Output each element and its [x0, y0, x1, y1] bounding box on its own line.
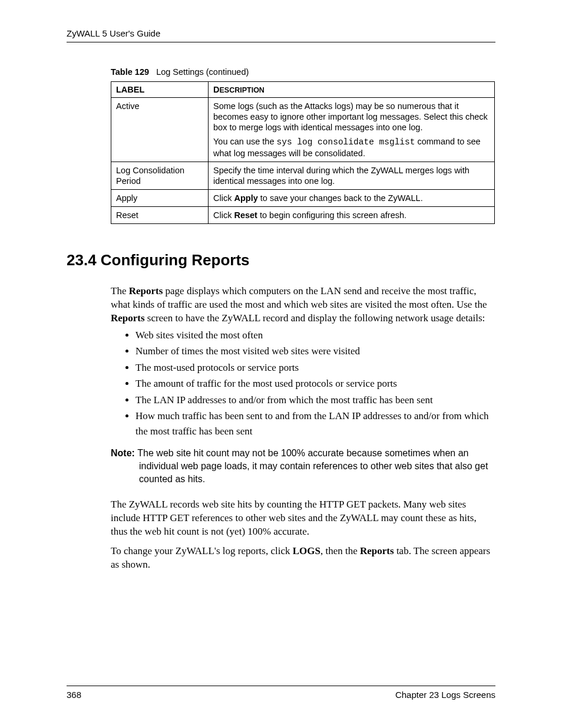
- log-settings-table: LABEL DESCRIPTION Active Some logs (such…: [111, 81, 495, 224]
- note-label: Note:: [111, 448, 137, 458]
- list-item: The LAN IP addresses to and/or from whic…: [135, 393, 495, 408]
- list-item: The amount of traffic for the most used …: [135, 376, 495, 391]
- col-label: LABEL: [111, 82, 209, 98]
- paragraph-after-note-2: To change your ZyWALL's log reports, cli…: [111, 545, 495, 572]
- cell-label-period: Log Consolidation Period: [111, 162, 209, 189]
- table-row: Apply Click Apply to save your changes b…: [111, 189, 495, 206]
- cell-label-active: Active: [111, 98, 209, 162]
- cell-desc-period: Specify the time interval during which t…: [209, 162, 495, 189]
- section-heading: 23.4 Configuring Reports: [67, 251, 495, 269]
- table-row: Reset Click Reset to begin configuring t…: [111, 207, 495, 224]
- table-header-row: LABEL DESCRIPTION: [111, 82, 495, 98]
- table-number: Table 129: [111, 67, 149, 77]
- chapter-label: Chapter 23 Logs Screens: [395, 690, 495, 700]
- bullet-list: Web sites visited the most often Number …: [111, 328, 495, 439]
- cell-desc-reset: Click Reset to begin configuring this sc…: [209, 207, 495, 224]
- active-desc-cmd: sys log consolidate msglist: [277, 137, 415, 147]
- cell-label-apply: Apply: [111, 189, 209, 206]
- page-footer: 368 Chapter 23 Logs Screens: [67, 686, 495, 700]
- cell-desc-apply: Click Apply to save your changes back to…: [209, 189, 495, 206]
- active-desc-p1: Some logs (such as the Attacks logs) may…: [213, 101, 488, 132]
- table-caption: Table 129 Log Settings (continued): [111, 67, 495, 77]
- table-row: Log Consolidation Period Specify the tim…: [111, 162, 495, 189]
- intro-paragraph: The Reports page displays which computer…: [111, 285, 495, 325]
- list-item: Number of times the most visited web sit…: [135, 344, 495, 359]
- col-description: DESCRIPTION: [209, 82, 495, 98]
- list-item: How much traffic has been sent to and fr…: [135, 409, 495, 439]
- active-desc-p2a: You can use the: [213, 137, 277, 146]
- note-block: Note: The web site hit count may not be …: [111, 447, 495, 485]
- paragraph-after-note-1: The ZyWALL records web site hits by coun…: [111, 498, 495, 539]
- list-item: Web sites visited the most often: [135, 328, 495, 343]
- note-first-word: The web site hit count may not be 100% a…: [137, 448, 468, 458]
- table-caption-text: Log Settings (continued): [156, 67, 249, 77]
- running-header: ZyWALL 5 User's Guide: [67, 28, 495, 42]
- table-row: Active Some logs (such as the Attacks lo…: [111, 98, 495, 162]
- cell-desc-active: Some logs (such as the Attacks logs) may…: [209, 98, 495, 162]
- list-item: The most-used protocols or service ports: [135, 360, 495, 375]
- page-number: 368: [67, 690, 81, 700]
- cell-label-reset: Reset: [111, 207, 209, 224]
